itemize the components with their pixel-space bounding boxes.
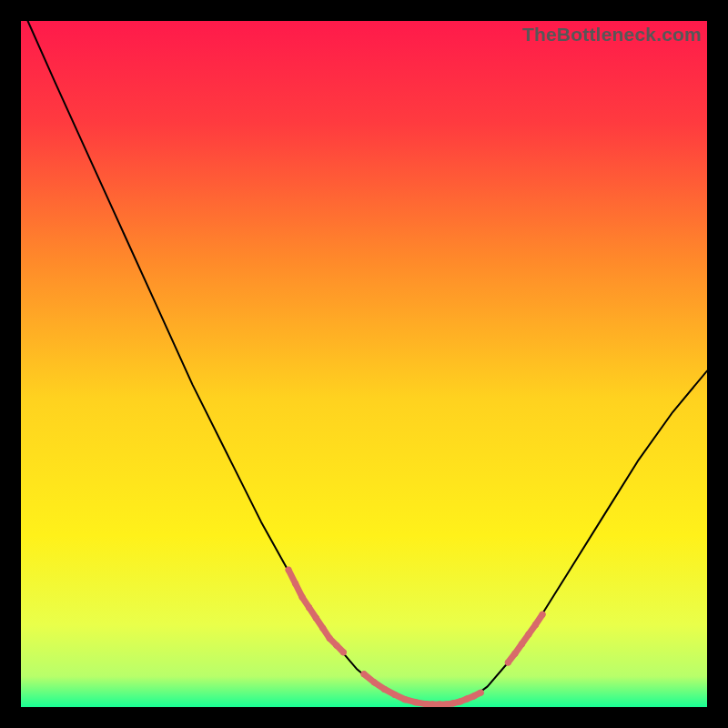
chart-canvas — [21, 21, 707, 707]
chart-frame: TheBottleneck.com — [21, 21, 707, 707]
highlight-bottom-seg — [474, 693, 481, 696]
watermark-text: TheBottleneck.com — [522, 24, 702, 46]
gradient-background — [21, 21, 707, 707]
